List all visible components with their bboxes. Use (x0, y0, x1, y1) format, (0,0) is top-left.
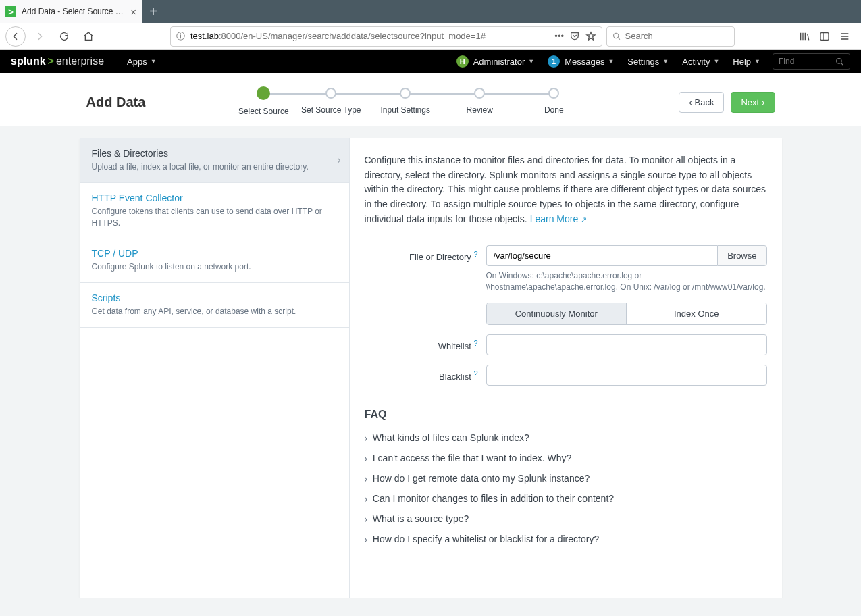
nav-find-input[interactable] (779, 57, 835, 66)
learn-more-link[interactable]: Learn More ↗ (530, 213, 587, 224)
browser-search[interactable] (606, 26, 735, 47)
site-info-icon[interactable]: ⓘ (176, 30, 185, 43)
chevron-right-icon: › (365, 512, 367, 525)
help-icon[interactable]: ? (473, 369, 477, 378)
source-item-title: HTTP Event Collector (92, 192, 337, 203)
nav-settings-label: Settings (627, 57, 659, 67)
chevron-right-icon: › (365, 492, 367, 505)
faq-item[interactable]: ›What is a source type? (365, 509, 767, 529)
pocket-icon[interactable] (569, 31, 580, 42)
index-once-button[interactable]: Index Once (626, 303, 766, 324)
caret-down-icon: ▼ (608, 58, 614, 65)
nav-user[interactable]: H Administrator▼ (450, 50, 542, 73)
faq-item[interactable]: ›How do I get remote data onto my Splunk… (365, 468, 767, 488)
blacklist-label: Blacklist ? (365, 365, 486, 382)
browser-search-input[interactable] (625, 31, 729, 41)
home-icon[interactable] (78, 26, 99, 47)
hamburger-icon[interactable] (839, 31, 850, 42)
close-tab-icon[interactable]: × (130, 6, 136, 18)
faq-item[interactable]: ›What kinds of files can Splunk index? (365, 428, 767, 448)
caret-down-icon: ▼ (151, 58, 157, 65)
wizard-step-set-source-type: Set Source Type (294, 88, 368, 115)
chevron-right-icon: › (762, 97, 764, 107)
browser-tab[interactable]: > Add Data - Select Source | Sp × (0, 0, 142, 23)
caret-down-icon: ▼ (754, 58, 760, 65)
nav-activity[interactable]: Activity▼ (675, 50, 726, 73)
faq-item[interactable]: ›How do I specify a whitelist or blackli… (365, 529, 767, 549)
wizard-step-select-source: Select Source (233, 88, 294, 116)
source-tcp-udp[interactable]: TCP / UDP Configure Splunk to listen on … (80, 238, 349, 283)
chevron-right-icon: › (365, 532, 367, 546)
source-item-title: TCP / UDP (92, 248, 337, 259)
nav-help[interactable]: Help▼ (726, 50, 767, 73)
source-item-title: Files & Directories (92, 148, 337, 159)
url-text: test.lab:8000/en-US/manager/search/addda… (190, 31, 486, 41)
nav-settings[interactable]: Settings▼ (621, 50, 675, 73)
next-button[interactable]: Next› (731, 92, 775, 113)
library-icon[interactable] (799, 31, 810, 42)
source-item-title: Scripts (92, 292, 337, 303)
url-bar[interactable]: ⓘ test.lab:8000/en-US/manager/search/add… (170, 26, 602, 47)
faq-heading: FAQ (365, 409, 767, 421)
help-icon[interactable]: ? (473, 250, 477, 258)
whitelist-label: Whitelist ? (365, 334, 486, 351)
file-path-input[interactable] (486, 245, 718, 266)
source-item-desc: Configure tokens that clients can use to… (92, 206, 337, 229)
intro-text: Configure this instance to monitor files… (365, 153, 767, 226)
wizard-step-review: Review (442, 88, 517, 115)
wizard-steps: Select Source Set Source Type Input Sett… (164, 88, 660, 116)
chevron-right-icon: › (365, 431, 367, 444)
source-item-desc: Configure Splunk to listen on a network … (92, 261, 337, 273)
chevron-right-icon: › (365, 451, 367, 465)
source-http-event-collector[interactable]: HTTP Event Collector Configure tokens th… (80, 183, 349, 239)
nav-user-label: Administrator (473, 57, 525, 67)
external-link-icon: ↗ (581, 215, 587, 224)
brand-logo[interactable]: splunk>enterprise (11, 55, 104, 68)
messages-badge: 1 (548, 55, 560, 68)
svg-point-2 (837, 58, 842, 63)
nav-find[interactable] (773, 53, 850, 70)
file-path-hint: On Windows: c:\apache\apache.error.log o… (486, 270, 767, 293)
svg-point-0 (614, 33, 619, 38)
svg-rect-1 (820, 32, 829, 40)
wizard-step-input-settings: Input Settings (368, 88, 442, 115)
blacklist-input[interactable] (486, 365, 767, 386)
caret-down-icon: ▼ (713, 58, 719, 65)
source-item-desc: Upload a file, index a local file, or mo… (92, 161, 337, 173)
chevron-right-icon: › (365, 471, 367, 485)
search-icon (835, 57, 844, 66)
nav-messages[interactable]: 1 Messages▼ (541, 50, 621, 73)
browse-button[interactable]: Browse (717, 245, 766, 266)
nav-activity-label: Activity (682, 57, 710, 67)
monitor-mode-toggle: Continuously Monitor Index Once (486, 303, 767, 325)
forward-icon (30, 26, 50, 47)
back-icon[interactable] (5, 26, 26, 47)
back-button[interactable]: ‹Back (679, 92, 724, 113)
page-title: Add Data (86, 95, 146, 110)
sidebar-icon[interactable] (819, 31, 830, 42)
file-or-directory-label: File or Directory ? (365, 245, 486, 262)
caret-down-icon: ▼ (528, 58, 534, 65)
bookmark-star-icon[interactable] (585, 31, 596, 42)
search-icon (612, 32, 621, 41)
source-scripts[interactable]: Scripts Get data from any API, service, … (80, 283, 349, 328)
browser-toolbar: ⓘ test.lab:8000/en-US/manager/search/add… (0, 23, 861, 50)
reload-icon[interactable] (54, 26, 74, 47)
help-icon[interactable]: ? (473, 339, 477, 347)
whitelist-input[interactable] (486, 334, 767, 355)
continuously-monitor-button[interactable]: Continuously Monitor (487, 303, 627, 324)
caret-down-icon: ▼ (662, 58, 669, 65)
avatar: H (456, 55, 469, 68)
faq-item[interactable]: ›Can I monitor changes to files in addit… (365, 488, 767, 509)
tab-title: Add Data - Select Source | Sp (22, 7, 125, 16)
new-tab-button[interactable]: + (142, 0, 165, 23)
wizard-step-done: Done (517, 88, 591, 115)
splunk-top-nav: splunk>enterprise Apps▼ H Administrator▼… (0, 50, 861, 73)
more-icon[interactable]: ••• (554, 31, 564, 41)
nav-apps[interactable]: Apps▼ (120, 50, 163, 73)
faq-item[interactable]: ›I can't access the file that I want to … (365, 448, 767, 468)
source-files-directories[interactable]: Files & Directories Upload a file, index… (80, 138, 349, 183)
nav-apps-label: Apps (127, 57, 147, 67)
source-item-desc: Get data from any API, service, or datab… (92, 306, 337, 317)
chevron-right-icon: › (337, 154, 340, 166)
